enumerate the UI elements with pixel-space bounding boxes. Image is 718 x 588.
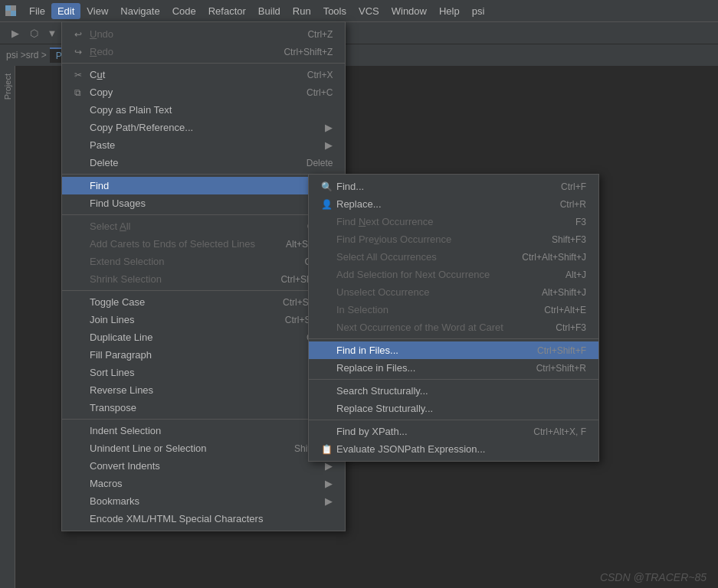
menu-encode-xml[interactable]: Encode XML/HTML Special Characters <box>62 510 345 528</box>
find-xpath-label: Find by XPath... <box>336 426 518 437</box>
find-in-files-shortcut: Ctrl+Shift+F <box>537 345 586 356</box>
toggle-case-label: Toggle Case <box>90 296 252 308</box>
copy-plain-label: Copy as Plain Text <box>90 104 333 116</box>
replace-in-files-label: Replace in Files... <box>336 362 521 374</box>
menu-copy-path[interactable]: Copy Path/Reference... ▶ <box>62 119 345 136</box>
unindent-label: Unindent Line or Selection <box>90 443 264 454</box>
sidebar: Project <box>0 66 15 588</box>
menu-navigate[interactable]: Navigate <box>114 3 166 19</box>
menu-psi[interactable]: psi <box>466 3 491 19</box>
menu-file[interactable]: File <box>23 3 51 19</box>
submenu-find-prev[interactable]: Find Previous Occurrence Shift+F3 <box>309 230 598 248</box>
submenu-find[interactable]: 🔍 Find... Ctrl+F <box>309 178 598 195</box>
menu-delete[interactable]: Delete Delete <box>62 154 345 172</box>
submenu-find-xpath[interactable]: Find by XPath... Ctrl+Alt+X, F <box>309 423 598 440</box>
menu-tools[interactable]: Tools <box>317 3 352 19</box>
undo-icon: ↩ <box>74 29 90 40</box>
menu-copy-plain[interactable]: Copy as Plain Text <box>62 101 345 119</box>
unselect-occ-label: Unselect Occurrence <box>336 286 526 298</box>
menu-run[interactable]: Run <box>287 3 317 19</box>
copy-path-arrow: ▶ <box>325 122 333 133</box>
submenu-replace-structurally[interactable]: Replace Structurally... <box>309 400 598 417</box>
menu-find-usages[interactable]: Find Usages ▶ <box>62 194 345 212</box>
menu-unindent-line[interactable]: Unindent Line or Selection Shift+Tab <box>62 439 345 457</box>
extend-sel-label: Extend Selection <box>90 256 274 267</box>
replace-submenu-icon: 👤 <box>321 199 336 210</box>
select-all-occ-shortcut: Ctrl+Alt+Shift+J <box>522 252 586 263</box>
find-submenu-divider-1 <box>309 338 598 339</box>
menu-edit[interactable]: Edit <box>51 3 80 19</box>
menu-vcs[interactable]: VCS <box>352 3 385 19</box>
menu-code[interactable]: Code <box>166 3 202 19</box>
menu-fill-paragraph[interactable]: Fill Paragraph <box>62 346 345 364</box>
submenu-add-selection-next[interactable]: Add Selection for Next Occurrence Alt+J <box>309 266 598 283</box>
menu-refactor[interactable]: Refactor <box>202 3 252 19</box>
menu-cut[interactable]: ✂ Cut Ctrl+X <box>62 66 345 83</box>
edit-dropdown-menu: ↩ Undo Ctrl+Z ↪ Redo Ctrl+Shift+Z ✂ Cut … <box>61 21 346 531</box>
svg-rect-1 <box>11 5 16 11</box>
find-xpath-shortcut: Ctrl+Alt+X, F <box>533 426 586 437</box>
menu-convert-indents[interactable]: Convert Indents ▶ <box>62 457 345 475</box>
menu-help[interactable]: Help <box>433 3 466 19</box>
toolbar-dropdown-icon[interactable]: ▼ <box>44 25 60 41</box>
submenu-unselect-occurrence[interactable]: Unselect Occurrence Alt+Shift+J <box>309 283 598 301</box>
menu-add-carets[interactable]: Add Carets to Ends of Selected Lines Alt… <box>62 235 345 253</box>
convert-indent-label: Convert Indents <box>90 460 319 472</box>
menu-select-all[interactable]: Select All Ctrl+A <box>62 217 345 235</box>
in-sel-label: In Selection <box>336 304 529 315</box>
add-sel-next-label: Add Selection for Next Occurrence <box>336 269 550 280</box>
undo-label: Undo <box>90 28 277 40</box>
redo-icon: ↪ <box>74 47 90 57</box>
delete-label: Delete <box>90 157 276 168</box>
menu-redo[interactable]: ↪ Redo Ctrl+Shift+Z <box>62 43 345 60</box>
paste-label: Paste <box>90 139 319 151</box>
menu-extend-selection[interactable]: Extend Selection Ctrl+W <box>62 253 345 270</box>
menu-bookmarks[interactable]: Bookmarks ▶ <box>62 492 345 510</box>
menu-shrink-selection[interactable]: Shrink Selection Ctrl+Shift+W <box>62 270 345 288</box>
toolbar-debug-icon[interactable]: ⬡ <box>26 25 41 41</box>
menu-window[interactable]: Window <box>385 3 433 19</box>
find-submenu-divider-2 <box>309 379 598 380</box>
toolbar-run-icon[interactable]: ▶ <box>8 25 23 41</box>
menu-paste[interactable]: Paste ▶ <box>62 136 345 154</box>
svg-rect-3 <box>11 11 16 16</box>
menu-copy[interactable]: ⧉ Copy Ctrl+C <box>62 83 345 101</box>
replace-in-files-shortcut: Ctrl+Shift+R <box>536 363 586 374</box>
menu-duplicate-line[interactable]: Duplicate Line Ctrl+D <box>62 328 345 346</box>
submenu-find-in-files[interactable]: Find in Files... Ctrl+Shift+F <box>309 341 598 359</box>
sidebar-project[interactable]: Project <box>2 69 14 104</box>
encode-xml-label: Encode XML/HTML Special Characters <box>90 513 333 524</box>
submenu-next-word-occ[interactable]: Next Occurrence of the Word at Caret Ctr… <box>309 318 598 336</box>
menu-view[interactable]: View <box>80 3 114 19</box>
menu-find[interactable]: Find ▶ 🔍 Find... Ctrl+F 👤 Replace... Ctr… <box>62 177 345 194</box>
watermark: CSDN @TRACER~85 <box>600 571 707 583</box>
breadcrumb-srd: srd > <box>26 50 47 60</box>
divider-3 <box>62 214 345 215</box>
svg-rect-2 <box>5 11 11 16</box>
menu-transpose[interactable]: Transpose <box>62 399 345 416</box>
find-usages-label: Find Usages <box>90 198 319 209</box>
evaluate-jsonpath-label: Evaluate JSONPath Expression... <box>336 443 586 455</box>
menu-undo[interactable]: ↩ Undo Ctrl+Z <box>62 25 345 43</box>
menu-join-lines[interactable]: Join Lines Ctrl+Shift+J <box>62 311 345 328</box>
menu-macros[interactable]: Macros ▶ <box>62 475 345 492</box>
submenu-find-next[interactable]: Find Next Occurrence F3 <box>309 213 598 230</box>
breadcrumb-psi: psi > <box>6 50 26 60</box>
find-submenu: 🔍 Find... Ctrl+F 👤 Replace... Ctrl+R Fin… <box>308 174 599 462</box>
menu-indent-selection[interactable]: Indent Selection Tab <box>62 422 345 439</box>
find-label: Find <box>90 180 319 191</box>
submenu-in-selection[interactable]: In Selection Ctrl+Alt+E <box>309 301 598 318</box>
menu-sort-lines[interactable]: Sort Lines <box>62 364 345 381</box>
menu-reverse-lines[interactable]: Reverse Lines <box>62 381 345 399</box>
menu-toggle-case[interactable]: Toggle Case Ctrl+Shift+U <box>62 293 345 311</box>
submenu-replace-in-files[interactable]: Replace in Files... Ctrl+Shift+R <box>309 359 598 377</box>
submenu-evaluate-jsonpath[interactable]: 📋 Evaluate JSONPath Expression... <box>309 440 598 458</box>
copy-shortcut: Ctrl+C <box>307 87 333 98</box>
menu-build[interactable]: Build <box>252 3 287 19</box>
submenu-replace[interactable]: 👤 Replace... Ctrl+R <box>309 195 598 213</box>
fill-para-label: Fill Paragraph <box>90 349 333 361</box>
submenu-select-all-occurrences[interactable]: Select All Occurrences Ctrl+Alt+Shift+J <box>309 248 598 266</box>
copy-icon: ⧉ <box>74 87 90 98</box>
dup-line-label: Duplicate Line <box>90 332 276 343</box>
submenu-search-structurally[interactable]: Search Structurally... <box>309 382 598 400</box>
